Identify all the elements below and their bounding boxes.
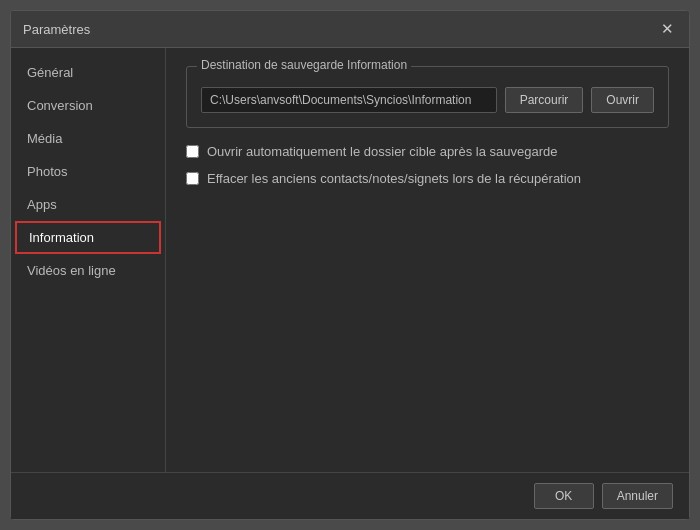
content-area: Destination de sauvegarde Information Pa… bbox=[166, 48, 689, 472]
footer: OK Annuler bbox=[11, 472, 689, 519]
ouvrir-button[interactable]: Ouvrir bbox=[591, 87, 654, 113]
dialog-title: Paramètres bbox=[23, 22, 90, 37]
checkbox-auto-open[interactable] bbox=[186, 145, 199, 158]
checkbox-delete-old-label: Effacer les anciens contacts/notes/signe… bbox=[207, 171, 581, 186]
checkbox-auto-open-label: Ouvrir automatiquement le dossier cible … bbox=[207, 144, 557, 159]
checkbox-row-2: Effacer les anciens contacts/notes/signe… bbox=[186, 171, 669, 186]
path-row: Parcourir Ouvrir bbox=[201, 87, 654, 113]
checkbox-row-1: Ouvrir automatiquement le dossier cible … bbox=[186, 144, 669, 159]
destination-group-box: Destination de sauvegarde Information Pa… bbox=[186, 66, 669, 128]
dialog-body: Général Conversion Média Photos Apps Inf… bbox=[11, 48, 689, 472]
ok-button[interactable]: OK bbox=[534, 483, 594, 509]
sidebar-item-general[interactable]: Général bbox=[11, 56, 165, 89]
group-box-legend: Destination de sauvegarde Information bbox=[197, 58, 411, 72]
sidebar: Général Conversion Média Photos Apps Inf… bbox=[11, 48, 166, 472]
sidebar-item-media[interactable]: Média bbox=[11, 122, 165, 155]
parcourir-button[interactable]: Parcourir bbox=[505, 87, 584, 113]
sidebar-item-conversion[interactable]: Conversion bbox=[11, 89, 165, 122]
sidebar-item-photos[interactable]: Photos bbox=[11, 155, 165, 188]
annuler-button[interactable]: Annuler bbox=[602, 483, 673, 509]
title-bar: Paramètres ✕ bbox=[11, 11, 689, 48]
dialog: Paramètres ✕ Général Conversion Média Ph… bbox=[10, 10, 690, 520]
sidebar-item-information[interactable]: Information bbox=[15, 221, 161, 254]
sidebar-item-apps[interactable]: Apps bbox=[11, 188, 165, 221]
checkbox-delete-old[interactable] bbox=[186, 172, 199, 185]
sidebar-item-videos-en-ligne[interactable]: Vidéos en ligne bbox=[11, 254, 165, 287]
path-input[interactable] bbox=[201, 87, 497, 113]
close-button[interactable]: ✕ bbox=[657, 19, 677, 39]
